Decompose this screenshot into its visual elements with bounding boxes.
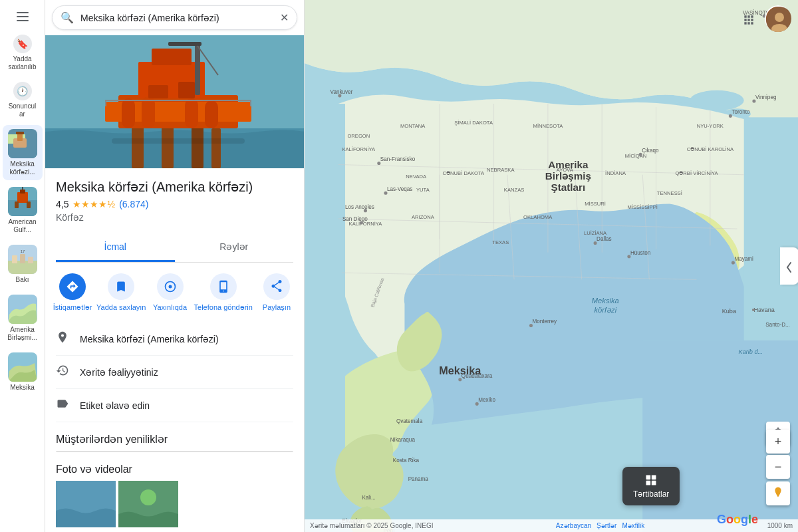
meksika2-label: Meksika — [10, 384, 35, 392]
svg-text:YUTA: YUTA — [416, 187, 430, 193]
svg-rect-46 — [112, 138, 245, 144]
location-pin-icon — [56, 331, 69, 347]
america-thumb — [8, 295, 37, 324]
baki-thumb: 17 — [8, 245, 37, 274]
label-icon — [56, 397, 69, 414]
svg-rect-153 — [652, 481, 656, 485]
action-buttons: İstiqamətlər Yadda saxlayın Yaxınlıqda — [45, 263, 304, 323]
svg-rect-152 — [646, 481, 651, 485]
sidebar-item-american-gulf[interactable]: American Gulf... — [3, 183, 43, 238]
recent-label: Sonuncul ar — [5, 102, 40, 118]
collapse-panel-button[interactable] — [780, 247, 798, 285]
activity-row[interactable]: Xəritə fəaliyyətiniz — [56, 356, 293, 389]
svg-rect-27 — [162, 122, 174, 168]
save-button[interactable]: Yadda saxlayın — [96, 273, 146, 312]
sidebar-item-recent[interactable]: 🕐 Sonuncul ar — [3, 78, 43, 122]
rating-row: 4,5 ★★★★½ (6.874) — [56, 199, 293, 209]
zoom-in-button[interactable]: + — [766, 430, 790, 454]
share-icon — [263, 273, 290, 300]
svg-text:Nikaraqua: Nikaraqua — [390, 437, 416, 443]
nearby-icon — [157, 273, 184, 300]
info-panel: 🔍 ✕ — [45, 0, 305, 532]
svg-text:CƏNUBİ DAKOTA: CƏNUBİ DAKOTA — [443, 170, 485, 176]
clear-icon[interactable]: ✕ — [280, 11, 289, 24]
svg-text:Karib d...: Karib d... — [739, 348, 763, 355]
svg-text:Meksika: Meksika — [592, 297, 619, 305]
sidebar-item-baki[interactable]: 17 Bakı — [3, 241, 43, 288]
avatar-image — [765, 5, 791, 32]
svg-text:Mexiko: Mexiko — [478, 397, 495, 403]
svg-rect-34 — [195, 42, 200, 95]
svg-text:ŞİMALİ DAKOTA: ŞİMALİ DAKOTA — [454, 120, 493, 126]
address-text: Meksika körfəzi (Amerika körfəzi) — [80, 334, 219, 344]
svg-text:Quadalaxara: Quadalaxara — [462, 373, 493, 379]
activity-text: Xəritə fəaliyyətiniz — [80, 367, 158, 378]
label-row[interactable]: Etiket əlavə edin — [56, 389, 293, 422]
svg-point-47 — [168, 285, 172, 289]
america-birleshmish-label: Amerika Birləşmi... — [5, 326, 40, 342]
left-sidebar: 🔖 Yadda saxlanılıb 🕐 Sonuncul ar Meksika… — [0, 0, 45, 532]
sidebar-item-america[interactable]: Amerika Birləşmi... — [3, 291, 43, 346]
hero-image — [45, 35, 304, 168]
svg-rect-39 — [185, 98, 198, 128]
saved-icon: 🔖 — [13, 35, 32, 53]
svg-text:Toronto: Toronto — [732, 109, 750, 115]
footer-link-azerbaijan[interactable]: Azərbaycan — [556, 522, 591, 529]
search-input[interactable] — [80, 13, 280, 23]
meksika-thumb — [8, 129, 37, 158]
streetview-button[interactable] — [766, 481, 790, 505]
zoom-out-button[interactable]: − — [766, 455, 790, 479]
save-icon — [108, 273, 134, 300]
svg-rect-28 — [192, 122, 203, 168]
map-data-credit: Xəritə məlumatları © 2025 Google, INEGI — [310, 522, 433, 529]
svg-point-147 — [775, 13, 784, 22]
info-rows: Meksika körfəzi (Amerika körfəzi) Xəritə… — [45, 323, 304, 422]
directions-label: İstiqamətlər — [53, 303, 92, 312]
svg-text:MİSSİSSİPPİ: MİSSİSSİPPİ — [628, 204, 658, 210]
tab-reyler[interactable]: Rəylər — [175, 233, 294, 262]
share-label: Paylaşın — [263, 303, 291, 312]
svg-text:Kuba: Kuba — [722, 308, 737, 315]
user-avatar[interactable] — [765, 5, 791, 32]
svg-text:MİCİQAN: MİCİQAN — [625, 153, 647, 159]
svg-rect-38 — [142, 96, 155, 128]
footer-link-terms[interactable]: Şərtlər — [597, 522, 616, 529]
review-count[interactable]: (6.874) — [119, 199, 148, 209]
tab-icmal[interactable]: İcmal — [56, 233, 175, 262]
svg-rect-35 — [168, 42, 201, 46]
map-container[interactable]: Amerika Birləşmiş Ştatları Meksika OREGO… — [305, 0, 798, 532]
svg-text:San Diego: San Diego — [342, 216, 368, 222]
svg-rect-150 — [646, 475, 651, 480]
photo-thumb-1[interactable] — [56, 481, 116, 527]
place-title: Meksika körfəzi (Amerika körfəzi) — [56, 179, 293, 195]
directions-button[interactable]: İstiqamətlər — [53, 273, 92, 312]
updates-section-title: Müştərilərdən yeniliklər — [45, 422, 304, 451]
sidebar-item-meksika2[interactable]: Meksika — [3, 348, 43, 396]
share-button[interactable]: Paylaşın — [257, 273, 297, 312]
address-row[interactable]: Meksika körfəzi (Amerika körfəzi) — [56, 323, 293, 356]
sidebar-item-saved[interactable]: 🔖 Yadda saxlanılıb — [3, 31, 43, 75]
tartibatlar-button[interactable]: Tərtibatlar — [622, 467, 680, 505]
footer-link-privacy[interactable]: Məxfilik — [622, 522, 644, 529]
nearby-button[interactable]: Yaxınlıqda — [150, 273, 190, 312]
meksika-label: Meksika körfəzi... — [5, 160, 40, 176]
hamburger-button[interactable] — [10, 5, 35, 28]
svg-text:KALİFORNİYA: KALİFORNİYA — [342, 146, 376, 152]
svg-text:Dallas: Dallas — [597, 236, 612, 242]
svg-rect-8 — [16, 132, 24, 134]
apps-grid-button[interactable] — [737, 8, 761, 32]
map-svg: Amerika Birləşmiş Ştatları Meksika OREGO… — [305, 0, 798, 532]
svg-text:AYOVA: AYOVA — [557, 167, 574, 173]
svg-rect-33 — [152, 49, 192, 65]
svg-rect-29 — [211, 128, 221, 168]
svg-rect-1 — [17, 16, 29, 17]
map-scale: 1000 km — [767, 522, 793, 529]
sidebar-item-meksika[interactable]: Meksika körfəzi... — [3, 125, 43, 180]
photo-thumb-2[interactable] — [118, 481, 178, 527]
svg-text:Vinnipeg: Vinnipeg — [755, 94, 776, 100]
send-to-phone-button[interactable]: Telefona göndərin — [194, 273, 253, 312]
tab-bar: İcmal Rəylər — [56, 233, 293, 263]
search-bar[interactable]: 🔍 ✕ — [52, 5, 297, 30]
svg-rect-14 — [15, 201, 19, 208]
svg-text:NEBRASKA: NEBRASKA — [487, 167, 515, 173]
